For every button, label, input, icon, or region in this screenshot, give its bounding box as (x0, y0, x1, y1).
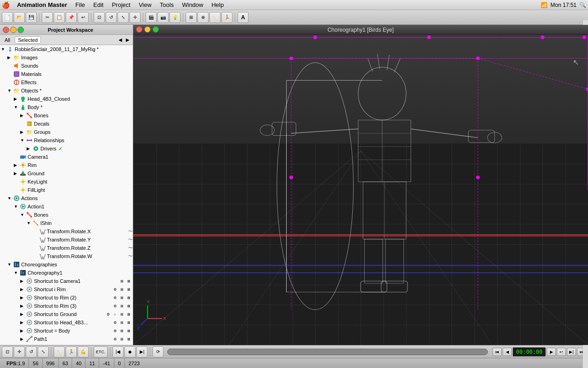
tools-menu[interactable]: Tools (156, 0, 177, 9)
save-button[interactable]: 💾 (26, 12, 37, 23)
toggle-ishin[interactable]: ▼ (27, 221, 32, 225)
select-tool[interactable]: ⊡ (2, 346, 13, 357)
tree-item-images[interactable]: ▶ 📁 Images (0, 53, 133, 62)
tree-item-sc-rim3[interactable]: ▶ Shortcut to Rim (3) ⚙ ⊞ ⊠ (0, 302, 133, 310)
tree-item-choreographies[interactable]: ▼ Choreographies (0, 260, 133, 269)
toggle-body[interactable]: ▼ (14, 105, 19, 109)
tree-item-ishin[interactable]: ▼ lShin (0, 219, 133, 227)
toggle-groups[interactable]: ▶ (20, 130, 26, 134)
tree-item-decals[interactable]: D Decals (0, 120, 133, 128)
prev-key[interactable]: |◀ (113, 346, 124, 357)
scale-button[interactable]: ⤡ (118, 12, 129, 23)
toggle-choreographies[interactable]: ▼ (7, 262, 13, 267)
toggle-sc-head[interactable]: ▶ (20, 320, 26, 325)
minimize-button[interactable] (10, 27, 17, 33)
tree-item-path1[interactable]: ▶ Path1 ⚙ ⊞ ⊠ (0, 335, 133, 343)
tree-item-groups[interactable]: ▶ 📁 Groups (0, 128, 133, 136)
vp-close[interactable] (136, 26, 142, 33)
search-icon[interactable]: 🔍 (579, 2, 586, 8)
tree-item-rim[interactable]: ▶ Rim (0, 161, 133, 169)
select-button[interactable]: ⊡ (94, 12, 105, 23)
tree-item-roty[interactable]: Transform.Rotate.Y 〜 (0, 236, 133, 244)
pose-button[interactable]: 🏃 (221, 12, 232, 23)
tree-item-root[interactable]: ▼ RobbieSinclair_2008_11_17_MyRig * (0, 45, 133, 53)
toggle-sc-rim3[interactable]: ▶ (20, 304, 26, 308)
toggle-rim[interactable]: ▶ (14, 163, 19, 167)
bone-mode[interactable]: 🦴 (54, 346, 65, 357)
nav-back[interactable]: ◀ (117, 37, 124, 43)
play-button[interactable]: ▶ (547, 348, 556, 356)
camera-button[interactable]: 📷 (158, 12, 169, 23)
tree-item-camera1[interactable]: Camera1 (0, 153, 133, 161)
toggle-drivers[interactable]: ▶ (27, 146, 32, 151)
edit-menu[interactable]: Edit (90, 0, 107, 9)
tree-item-postfx[interactable]: Effects (0, 78, 133, 86)
pose-mode[interactable]: 🏃 (66, 346, 77, 357)
tree-item-ground[interactable]: ▶ Ground (0, 169, 133, 178)
loop-toggle[interactable]: ↩ (557, 348, 566, 356)
text-button[interactable]: A (237, 12, 249, 23)
toggle-sc-ground[interactable]: ▶ (20, 312, 26, 316)
tree-item-head[interactable]: ▶ Head_4B3_Closed (0, 95, 133, 103)
tree-item-actions[interactable]: ▼ Actions (0, 194, 133, 202)
toggle-bones[interactable]: ▶ (20, 113, 26, 118)
grid-button[interactable]: ⊞ (186, 12, 197, 23)
vp-maximize[interactable] (153, 26, 159, 33)
tree-item-sc-head[interactable]: ▶ Shortcut to Head_4B3... ⚙ ⊞ ⊠ (0, 318, 133, 327)
tree-item-sc-rim2[interactable]: ▶ Shortcut to Rim (2) ⚙ ⊞ ⊠ (0, 293, 133, 302)
tree-item-objects[interactable]: ▼ 📁 Objects * (0, 86, 133, 95)
tree-item-sounds[interactable]: Sounds (0, 62, 133, 70)
help-menu[interactable]: Help (208, 0, 227, 9)
toggle-abones[interactable]: ▼ (20, 213, 26, 217)
app-name-menu[interactable]: Animation Master (13, 0, 71, 9)
tab-all[interactable]: All (2, 37, 13, 43)
toggle-chor1[interactable]: ▼ (14, 270, 19, 275)
project-menu[interactable]: Project (108, 0, 134, 9)
vp-minimize[interactable] (144, 26, 151, 33)
loop-button[interactable]: ⟳ (153, 346, 164, 357)
move-button[interactable]: ✛ (130, 12, 141, 23)
tree-item-rotz[interactable]: Transform.Rotate.Z 〜 (0, 244, 133, 252)
toggle-objects[interactable]: ▼ (7, 88, 13, 93)
render-button[interactable]: 🎬 (146, 12, 157, 23)
tree-item-sc-body[interactable]: ▶ Shortcut = Body ⚙ ⊞ ⊠ (0, 327, 133, 335)
toggle-relationships[interactable]: ▼ (20, 138, 26, 143)
close-button[interactable] (3, 27, 9, 33)
next-key[interactable]: ▶| (136, 346, 147, 357)
toggle-head[interactable]: ▶ (14, 97, 19, 101)
cut-button[interactable]: ✂ (42, 12, 53, 23)
apple-menu[interactable]: 🍎 (2, 1, 10, 9)
tree-item-materials[interactable]: Materials (0, 70, 133, 78)
file-menu[interactable]: File (72, 0, 89, 9)
toggle-sc-camera[interactable]: ▶ (20, 279, 26, 283)
rotate-tool[interactable]: ↺ (26, 346, 37, 357)
tree-item-chor1[interactable]: ▼ Choreography1 (0, 269, 133, 277)
toggle-images[interactable]: ▶ (7, 55, 13, 60)
tree-item-sc-rim[interactable]: ▶ Shortcut i Rim ⚙ ⊞ ⊠ (0, 285, 133, 293)
etc-button[interactable]: ETC. (94, 346, 107, 357)
rotate-button[interactable]: ↺ (106, 12, 117, 23)
toggle-action1[interactable]: ▼ (14, 204, 19, 209)
muscle-mode[interactable]: 💪 (78, 346, 89, 357)
tree-item-filllight[interactable]: FillLight (0, 186, 133, 194)
viewport-canvas[interactable]: X Y Z (133, 35, 588, 345)
tree-item-drivers[interactable]: ▶ Drivers ✓ (0, 144, 133, 153)
workspace-tree[interactable]: ▼ RobbieSinclair_2008_11_17_MyRig * ▶ 📁 … (0, 45, 133, 345)
paste-button[interactable]: 📌 (66, 12, 77, 23)
toggle-actions[interactable]: ▼ (7, 196, 13, 201)
snap-button[interactable]: ⊕ (198, 12, 209, 23)
rewind-button[interactable]: ⏮ (492, 348, 502, 356)
add-key[interactable]: ◆ (124, 346, 136, 357)
toggle-path1[interactable]: ▶ (20, 337, 26, 341)
tree-item-rotw[interactable]: Transform.Rotate.W 〜 (0, 252, 133, 260)
tab-selected[interactable]: Selected (15, 36, 41, 44)
bone-button[interactable]: 🦴 (209, 12, 220, 23)
tree-item-sc-ground[interactable]: ▶ Shortcut to Ground ⚙ ○ ⊞ ⊠ (0, 310, 133, 318)
tree-item-body[interactable]: ▼ Body * (0, 103, 133, 111)
toggle-sc-body[interactable]: ▶ (20, 328, 26, 333)
toggle-sc-rim[interactable]: ▶ (20, 287, 26, 292)
tree-item-bones[interactable]: ▶ Bones (0, 111, 133, 120)
new-button[interactable]: 📄 (2, 12, 13, 23)
timeline-scrubber[interactable] (167, 349, 488, 355)
open-button[interactable]: 📂 (14, 12, 25, 23)
